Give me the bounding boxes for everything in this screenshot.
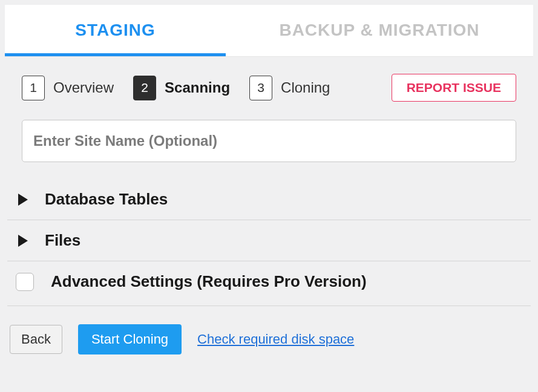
step-3-label: Cloning xyxy=(281,79,330,96)
step-2-number[interactable]: 2 xyxy=(133,76,156,100)
tab-backup-migration[interactable]: BACKUP & MIGRATION xyxy=(226,5,533,56)
wizard-steps: 1 Overview 2 Scanning 3 Cloning REPORT I… xyxy=(22,74,516,102)
section-database-tables-title: Database Tables xyxy=(45,190,168,209)
check-disk-space-link[interactable]: Check required disk space xyxy=(197,332,354,347)
section-files-title: Files xyxy=(45,231,80,250)
step-2-label: Scanning xyxy=(165,79,230,96)
caret-right-icon xyxy=(18,194,28,206)
start-cloning-button[interactable]: Start Cloning xyxy=(78,324,182,354)
section-advanced-settings[interactable]: Advanced Settings (Requires Pro Version) xyxy=(7,261,531,306)
report-issue-button[interactable]: REPORT ISSUE xyxy=(392,74,516,102)
main-tabs: STAGING BACKUP & MIGRATION xyxy=(5,5,533,57)
back-button[interactable]: Back xyxy=(10,325,62,354)
section-database-tables[interactable]: Database Tables xyxy=(7,179,531,220)
advanced-checkbox[interactable] xyxy=(16,273,34,291)
section-files[interactable]: Files xyxy=(7,220,531,261)
footer-actions: Back Start Cloning Check required disk s… xyxy=(7,306,531,354)
step-1-label: Overview xyxy=(53,79,114,96)
step-3-number[interactable]: 3 xyxy=(249,76,272,100)
tab-staging[interactable]: STAGING xyxy=(5,5,226,56)
step-1-number[interactable]: 1 xyxy=(22,76,45,100)
site-name-input[interactable] xyxy=(22,120,516,162)
sections-list: Database Tables Files Advanced Settings … xyxy=(7,179,531,306)
caret-right-icon xyxy=(18,235,28,247)
section-advanced-title: Advanced Settings (Requires Pro Version) xyxy=(51,272,367,291)
content-area: 1 Overview 2 Scanning 3 Cloning REPORT I… xyxy=(0,57,538,354)
